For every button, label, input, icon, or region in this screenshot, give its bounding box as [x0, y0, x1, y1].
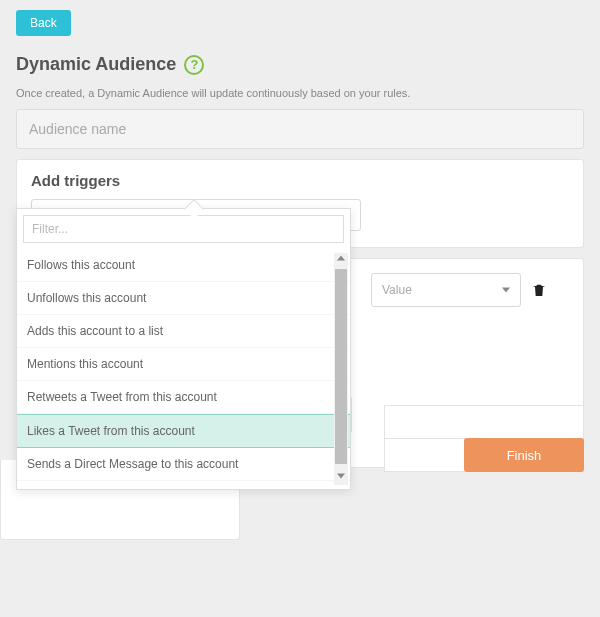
- trigger-option[interactable]: Sends a Direct Message to this account: [17, 448, 350, 481]
- delete-icon[interactable]: [531, 280, 547, 300]
- trigger-option[interactable]: Likes a Tweet from this account: [17, 414, 350, 448]
- caret-down-icon: [502, 288, 510, 293]
- help-icon[interactable]: ?: [184, 55, 204, 75]
- trigger-option[interactable]: Mentions this account: [17, 348, 350, 381]
- condition-value-select[interactable]: Value: [371, 273, 521, 307]
- trigger-option[interactable]: Follows this account: [17, 249, 350, 282]
- scroll-up-button[interactable]: [334, 253, 348, 267]
- stack-row[interactable]: [384, 405, 584, 439]
- dropdown-scrollbar[interactable]: [334, 253, 348, 485]
- finish-button[interactable]: Finish: [464, 438, 584, 472]
- trigger-option[interactable]: Adds this account to a list: [17, 315, 350, 348]
- page-title: Dynamic Audience: [16, 54, 176, 75]
- scroll-down-button[interactable]: [334, 471, 348, 485]
- trigger-filter-input[interactable]: [23, 215, 344, 243]
- trigger-option[interactable]: Unfollows this account: [17, 282, 350, 315]
- audience-name-input[interactable]: [16, 109, 584, 149]
- scroll-thumb[interactable]: [335, 269, 347, 464]
- trigger-option[interactable]: Retweets a Tweet from this account: [17, 381, 350, 414]
- trigger-option[interactable]: Is a new member of this Monitoring: [17, 481, 350, 489]
- page-description: Once created, a Dynamic Audience will up…: [16, 87, 584, 99]
- value-placeholder: Value: [382, 283, 412, 297]
- trigger-dropdown: Follows this accountUnfollows this accou…: [16, 208, 351, 490]
- back-button[interactable]: Back: [16, 10, 71, 36]
- triggers-heading: Add triggers: [31, 172, 569, 189]
